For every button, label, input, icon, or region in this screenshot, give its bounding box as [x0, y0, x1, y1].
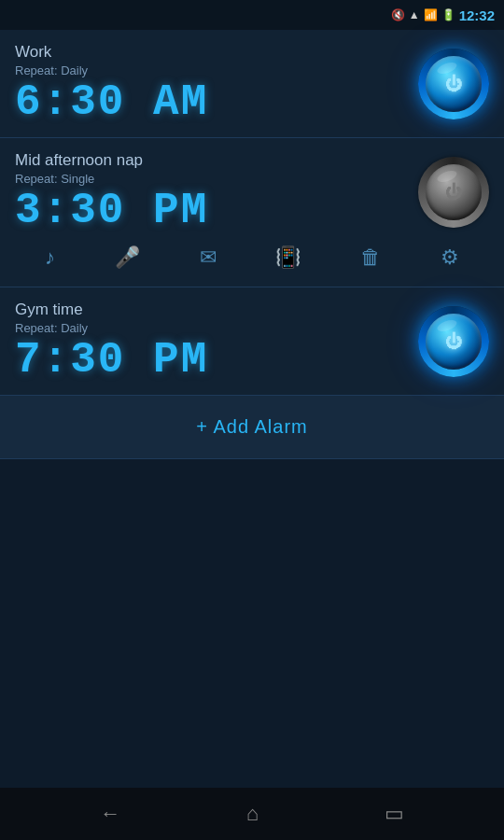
alarm-toggle-inner-nap: ⏻ [426, 164, 482, 220]
alarm-row-nap[interactable]: Mid afternoon nap Repeat: Single 3:30 PM… [0, 138, 504, 287]
alarm-toggle-inner-work: ⏻ [426, 56, 482, 112]
email-icon[interactable]: ✉ [196, 242, 220, 273]
alarm-info-gym: Gym time Repeat: Daily 7:30 PM [15, 301, 409, 382]
status-time: 12:32 [459, 7, 495, 23]
alarm-info-nap: Mid afternoon nap Repeat: Single 3:30 PM [15, 151, 409, 232]
recents-button[interactable]: ▭ [385, 802, 404, 826]
alarm-name-nap: Mid afternoon nap [15, 151, 409, 170]
action-icons-nap: ♪ 🎤 ✉ 📳 🗑 ⚙ [15, 232, 489, 277]
status-icons: 🔇 ▲ 📶 🔋 12:32 [391, 7, 495, 23]
alarm-info-work: Work Repeat: Daily 6:30 AM [15, 43, 409, 124]
alarm-top-nap: Mid afternoon nap Repeat: Single 3:30 PM… [15, 151, 489, 232]
vibrate-icon[interactable]: 📳 [272, 242, 304, 273]
power-icon-work: ⏻ [445, 76, 462, 92]
signal-icon: 📶 [424, 8, 438, 21]
alarm-time-gym: 7:30 PM [15, 339, 409, 382]
settings-icon[interactable]: ⚙ [437, 242, 463, 273]
alarm-row-gym[interactable]: Gym time Repeat: Daily 7:30 PM ⏻ [0, 287, 504, 396]
alarm-time-work: 6:30 AM [15, 81, 409, 124]
alarm-row-work[interactable]: Work Repeat: Daily 6:30 AM ⏻ [0, 30, 504, 138]
alarm-repeat-work: Repeat: Daily [15, 63, 409, 77]
alarm-toggle-gym[interactable]: ⏻ [418, 306, 489, 377]
music-icon[interactable]: ♪ [41, 242, 59, 273]
status-bar: 🔇 ▲ 📶 🔋 12:32 [0, 0, 504, 30]
home-button[interactable]: ⌂ [246, 802, 259, 826]
back-button[interactable]: ← [100, 802, 120, 826]
mic-icon[interactable]: 🎤 [111, 242, 144, 273]
power-icon-gym: ⏻ [445, 333, 462, 350]
alarm-toggle-nap[interactable]: ⏻ [418, 157, 489, 228]
main-content: Work Repeat: Daily 6:30 AM ⏻ Mid afterno… [0, 30, 504, 788]
battery-icon: 🔋 [441, 8, 455, 21]
nav-bar: ← ⌂ ▭ [0, 788, 504, 840]
power-icon-nap: ⏻ [445, 184, 462, 201]
bottom-spacer [0, 459, 504, 788]
add-alarm-button[interactable]: + Add Alarm [0, 396, 504, 459]
alarm-repeat-nap: Repeat: Single [15, 172, 409, 186]
mute-icon: 🔇 [391, 8, 405, 21]
alarm-name-gym: Gym time [15, 301, 409, 319]
alarm-toggle-work[interactable]: ⏻ [418, 49, 489, 119]
delete-icon[interactable]: 🗑 [357, 242, 385, 273]
alarm-repeat-gym: Repeat: Daily [15, 321, 409, 335]
alarm-name-work: Work [15, 43, 409, 62]
alarm-time-nap: 3:30 PM [15, 189, 409, 232]
alarm-toggle-inner-gym: ⏻ [426, 314, 482, 370]
wifi-icon: ▲ [409, 8, 420, 21]
